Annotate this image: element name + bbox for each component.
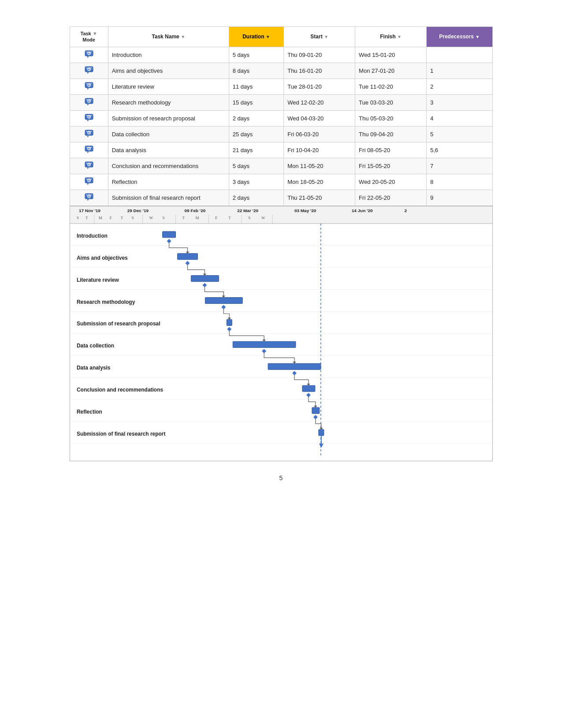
task-predecessors-cell: 2 (427, 78, 492, 94)
svg-marker-105 (227, 327, 231, 331)
task-finish-cell: Wed 20-05-20 (355, 174, 427, 190)
task-mode-cell (70, 174, 108, 190)
col-header-finish[interactable]: Finish ▼ (355, 27, 427, 47)
gantt-chart-section: 17 Nov '19 29 Dec '19 09 Feb '20 22 Mar … (70, 206, 493, 462)
table-row: Introduction5 daysThu 09-01-20Wed 15-01-… (70, 47, 492, 63)
task-mode-cell (70, 158, 108, 174)
svg-text:S: S (131, 216, 134, 220)
svg-rect-119 (318, 429, 324, 436)
col-header-predecessors[interactable]: Predecessors ▼ (427, 27, 492, 47)
task-mode-cell (70, 47, 108, 63)
task-duration-cell: 3 days (229, 174, 284, 190)
col-header-task-mode[interactable]: Task ▼Mode (70, 27, 108, 47)
svg-text:W: W (149, 216, 153, 220)
task-predecessors-cell: 3 (427, 94, 492, 110)
svg-marker-102 (221, 305, 226, 309)
task-finish-cell: Fri 15-05-20 (355, 158, 427, 174)
task-name-cell: Literature review (108, 78, 229, 94)
svg-text:14 Jun '20: 14 Jun '20 (351, 208, 372, 213)
svg-rect-107 (233, 341, 296, 347)
svg-text:17 Nov '19: 17 Nov '19 (78, 208, 100, 213)
task-duration-cell: 8 days (229, 63, 284, 78)
task-name-cell: Reflection (108, 174, 229, 190)
task-start-cell: Fri 06-03-20 (284, 126, 355, 142)
svg-marker-127 (292, 362, 296, 363)
task-mode-cell (70, 63, 108, 78)
task-start-cell: Fri 10-04-20 (284, 142, 355, 158)
page-number: 5 (70, 474, 493, 482)
task-predecessors-cell: 8 (427, 174, 492, 190)
task-mode-cell (70, 126, 108, 142)
svg-rect-101 (205, 297, 242, 303)
task-finish-cell: Tue 11-02-20 (355, 78, 427, 94)
task-name-cell: Data analysis (108, 142, 229, 158)
task-predecessors-cell: 1 (427, 63, 492, 78)
svg-text:Data analysis: Data analysis (76, 365, 110, 371)
svg-rect-113 (302, 385, 315, 392)
table-row: Data analysis21 daysFri 10-04-20Fri 08-0… (70, 142, 492, 158)
col-header-start[interactable]: Start ▼ (284, 27, 355, 47)
table-row: Aims and objectives8 daysThu 16-01-20Mon… (70, 63, 492, 78)
table-row: Data collection25 daysFri 06-03-20Thu 09… (70, 126, 492, 142)
svg-text:M: M (98, 216, 102, 220)
task-finish-cell: Fri 08-05-20 (355, 142, 427, 158)
task-name-cell: Conclusion and recommendations (108, 158, 229, 174)
svg-text:T: T (182, 216, 185, 220)
svg-text:Aims and objectives: Aims and objectives (76, 254, 127, 261)
table-row: Submission of final research report2 day… (70, 190, 492, 205)
svg-rect-92 (162, 231, 175, 237)
svg-text:S: S (162, 216, 164, 220)
svg-text:Data collection: Data collection (76, 343, 114, 349)
task-duration-cell: 2 days (229, 110, 284, 126)
task-start-cell: Tue 28-01-20 (284, 78, 355, 94)
task-predecessors-cell: 7 (427, 158, 492, 174)
svg-rect-51 (70, 206, 492, 206)
svg-marker-123 (203, 273, 206, 275)
svg-marker-108 (262, 349, 266, 353)
svg-text:T: T (85, 216, 88, 220)
task-mode-cell (70, 94, 108, 110)
task-finish-cell: Thu 05-03-20 (355, 110, 427, 126)
svg-marker-121 (319, 443, 323, 448)
task-start-cell: Thu 09-01-20 (284, 47, 355, 63)
svg-marker-96 (185, 261, 190, 265)
svg-rect-110 (268, 363, 321, 370)
svg-marker-125 (227, 317, 231, 319)
task-name-cell: Research methodology (108, 94, 229, 110)
table-row: Literature review11 daysTue 28-01-20Tue … (70, 78, 492, 94)
task-finish-cell: Fri 22-05-20 (355, 190, 427, 205)
svg-marker-126 (262, 340, 266, 341)
task-duration-cell: 25 days (229, 126, 284, 142)
svg-marker-129 (313, 406, 317, 407)
svg-text:Introduction: Introduction (76, 232, 107, 239)
svg-text:Reflection: Reflection (76, 409, 102, 415)
svg-text:Literature review: Literature review (76, 276, 119, 283)
task-name-cell: Data collection (108, 126, 229, 142)
task-start-cell: Thu 16-01-20 (284, 63, 355, 78)
svg-rect-116 (312, 407, 319, 414)
svg-marker-111 (292, 371, 296, 375)
svg-rect-98 (191, 275, 219, 281)
task-mode-cell (70, 190, 108, 205)
task-start-cell: Mon 11-05-20 (284, 158, 355, 174)
svg-text:T: T (120, 216, 123, 220)
table-row: Conclusion and recommendations5 daysMon … (70, 158, 492, 174)
svg-text:F: F (109, 216, 112, 220)
task-predecessors-cell: 5,6 (427, 142, 492, 158)
task-duration-cell: 5 days (229, 47, 284, 63)
task-predecessors-cell: 9 (427, 190, 492, 205)
svg-rect-95 (177, 253, 197, 259)
task-name-cell: Submission of final research report (108, 190, 229, 205)
task-duration-cell: 15 days (229, 94, 284, 110)
col-header-duration[interactable]: Duration ▼ (229, 27, 284, 47)
svg-text:Submission of final research r: Submission of final research report (76, 431, 165, 437)
task-mode-cell (70, 142, 108, 158)
gantt-table: Task ▼Mode Task Name ▼ Duration ▼ Start … (70, 26, 493, 206)
task-finish-cell: Mon 27-01-20 (355, 63, 427, 78)
svg-marker-117 (313, 415, 317, 419)
task-name-cell: Aims and objectives (108, 63, 229, 78)
task-start-cell: Wed 04-03-20 (284, 110, 355, 126)
svg-text:03 May '20: 03 May '20 (294, 208, 316, 213)
svg-marker-130 (319, 428, 323, 429)
col-header-task-name[interactable]: Task Name ▼ (108, 27, 229, 47)
